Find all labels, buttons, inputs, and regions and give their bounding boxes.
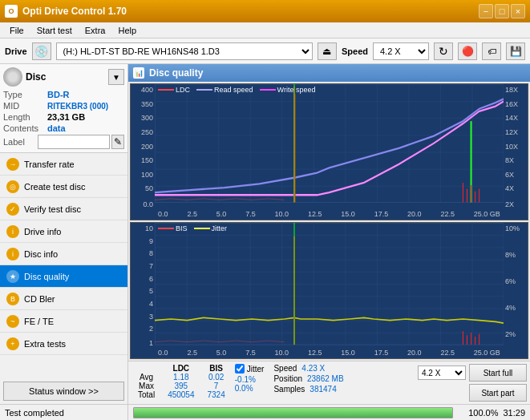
bottom-chart-main: BIS Jitter xyxy=(155,223,504,358)
jitter-label-legend: Jitter xyxy=(212,224,228,232)
length-label: Length xyxy=(3,112,47,122)
start-part-row: Start part xyxy=(418,384,527,402)
menu-start-test[interactable]: Start test xyxy=(30,24,79,37)
sidebar-item-disc-info[interactable]: i Disc info xyxy=(0,243,127,265)
window-controls: − □ × xyxy=(479,4,525,18)
bottom-chart-y-left: 10987654321 xyxy=(131,223,155,358)
label-button[interactable]: 🏷 xyxy=(482,42,501,60)
refresh-button[interactable]: ↻ xyxy=(434,42,453,60)
disc-info-label: Disc info xyxy=(24,249,58,259)
legend-write-speed: Write speed xyxy=(260,86,316,94)
legend-read-speed: Read speed xyxy=(196,86,253,94)
top-chart: 400350300250200150100500.0 LDC Read spee… xyxy=(130,83,528,220)
ldc-header: LDC xyxy=(161,364,200,373)
top-chart-main: LDC Read speed Write speed xyxy=(155,84,504,220)
length-value: 23,31 GB xyxy=(47,112,85,122)
menu-bar: File Start test Extra Help xyxy=(0,22,530,38)
position-label: Position xyxy=(273,374,302,383)
status-window-button[interactable]: Status window >> xyxy=(3,382,124,401)
jitter-col-header: Jitter xyxy=(247,365,265,374)
speed-stat-label: Speed xyxy=(273,364,297,373)
disc-icon xyxy=(3,67,22,87)
drive-info-icon: i xyxy=(6,225,19,238)
speed-label: Speed xyxy=(342,46,368,56)
bis-color xyxy=(158,228,174,229)
sidebar: Disc ▼ Type BD-R MID RITEKBR3 (000) Leng… xyxy=(0,64,128,420)
jitter-column: Jitter -0.1% 0.0% xyxy=(235,364,265,393)
start-full-button[interactable]: Start full xyxy=(469,364,527,382)
label-input[interactable] xyxy=(38,135,110,149)
charts-container: 400350300250200150100500.0 LDC Read spee… xyxy=(128,82,530,361)
top-chart-x-axis: 0.02.55.07.510.012.515.017.520.022.525.0… xyxy=(155,208,504,220)
bottom-chart-y-right: 10%8%6%4%2% xyxy=(504,223,528,358)
legend-jitter: Jitter xyxy=(194,224,228,232)
stats-table: LDC BIS Avg 1.18 0.02 Max 395 7 xyxy=(131,364,232,399)
sidebar-item-transfer-rate[interactable]: → Transfer rate xyxy=(0,153,127,176)
mid-label: MID xyxy=(3,101,47,111)
maximize-button[interactable]: □ xyxy=(495,4,509,18)
extra-tests-icon: + xyxy=(6,337,19,350)
menu-help[interactable]: Help xyxy=(111,24,143,37)
eject-button[interactable]: ⏏ xyxy=(318,42,337,60)
sidebar-item-extra-tests[interactable]: + Extra tests xyxy=(0,333,127,355)
menu-extra[interactable]: Extra xyxy=(79,24,112,37)
sidebar-item-create-test-disc[interactable]: ◎ Create test disc xyxy=(0,176,127,198)
fe-te-label: FE / TE xyxy=(24,317,54,326)
drive-selector[interactable]: (H:) HL-DT-ST BD-RE WH16NS48 1.D3 xyxy=(56,42,313,60)
disc-options-button[interactable]: ▼ xyxy=(108,69,124,85)
disc-info-icon: i xyxy=(6,248,19,260)
ldc-color xyxy=(158,89,174,91)
total-row: Total 450054 7324 xyxy=(131,390,232,399)
chart-title: Disc quality xyxy=(149,67,203,79)
write-speed-color xyxy=(260,89,276,91)
label-edit-button[interactable]: ✎ xyxy=(111,135,124,149)
stats-speed-select[interactable]: 4.2 X xyxy=(418,365,466,380)
sidebar-item-cd-bler[interactable]: B CD Bler xyxy=(0,288,127,310)
jitter-color xyxy=(194,228,210,229)
close-button[interactable]: × xyxy=(511,4,525,18)
bottom-chart-x-axis: 0.02.55.07.510.012.515.017.520.022.525.0… xyxy=(155,347,504,358)
svg-rect-0 xyxy=(155,84,504,202)
menu-file[interactable]: File xyxy=(3,24,30,37)
total-ldc: 450054 xyxy=(161,390,200,399)
avg-bis: 0.02 xyxy=(201,373,232,382)
bottom-chart-legend: BIS Jitter xyxy=(158,224,227,232)
save-button[interactable]: 💾 xyxy=(506,42,525,60)
progress-bar-container xyxy=(133,407,453,418)
jitter-checkbox[interactable] xyxy=(235,364,245,374)
samples-label: Samples xyxy=(273,385,305,394)
chart-header: 📊 Disc quality xyxy=(128,64,530,82)
main-area: Disc ▼ Type BD-R MID RITEKBR3 (000) Leng… xyxy=(0,64,530,420)
sidebar-item-verify-test-disc[interactable]: ✓ Verify test disc xyxy=(0,198,127,220)
max-label: Max xyxy=(131,382,161,390)
create-test-disc-icon: ◎ xyxy=(6,180,19,193)
burn-button[interactable]: 🔴 xyxy=(458,42,477,60)
type-value: BD-R xyxy=(47,90,70,99)
legend-ldc: LDC xyxy=(158,86,190,94)
minimize-button[interactable]: − xyxy=(479,4,493,18)
speed-selector[interactable]: 4.2 X xyxy=(373,42,429,60)
mid-value: RITEKBR3 (000) xyxy=(47,102,108,111)
label-label: Label xyxy=(3,137,38,147)
top-chart-svg xyxy=(155,84,504,220)
contents-value: data xyxy=(47,123,66,133)
disc-section: Disc ▼ Type BD-R MID RITEKBR3 (000) Leng… xyxy=(0,64,127,153)
start-part-button[interactable]: Start part xyxy=(469,384,527,402)
sidebar-item-disc-quality[interactable]: ★ Disc quality xyxy=(0,265,127,288)
cd-bler-icon: B xyxy=(6,293,19,305)
sidebar-item-fe-te[interactable]: ~ FE / TE xyxy=(0,310,127,333)
nav-items: → Transfer rate ◎ Create test disc ✓ Ver… xyxy=(0,153,127,378)
action-section: 4.2 X Start full Start part xyxy=(418,364,527,402)
read-speed-color xyxy=(196,89,212,91)
type-label: Type xyxy=(3,90,47,99)
avg-ldc: 1.18 xyxy=(161,373,200,382)
total-label: Total xyxy=(131,390,161,399)
chart-header-icon: 📊 xyxy=(133,67,144,79)
avg-row: Avg 1.18 0.02 xyxy=(131,373,232,382)
avg-label: Avg xyxy=(131,373,161,382)
max-row: Max 395 7 xyxy=(131,382,232,390)
progress-text: 100.0% xyxy=(458,408,498,418)
cd-bler-label: CD Bler xyxy=(24,294,55,304)
top-chart-y-right: 18X16X14X12X10X8X6X4X2X xyxy=(504,84,528,220)
sidebar-item-drive-info[interactable]: i Drive info xyxy=(0,220,127,243)
